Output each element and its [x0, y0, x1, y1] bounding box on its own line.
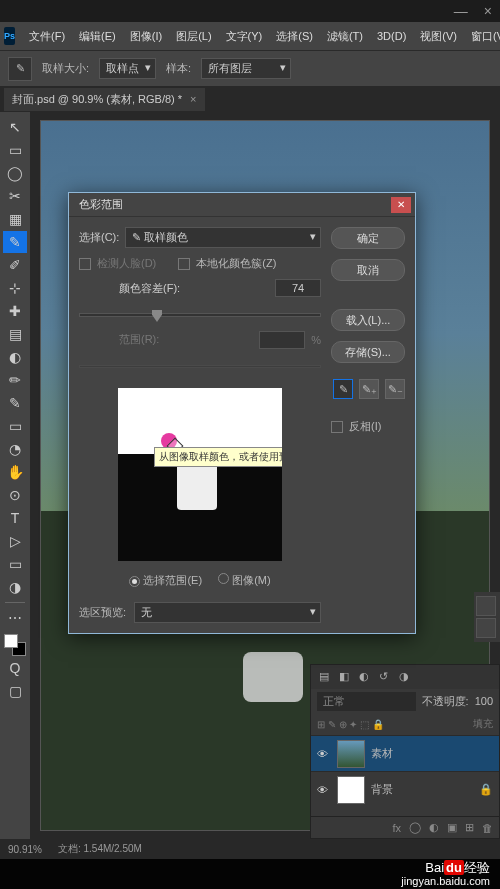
selection-radio[interactable]: 选择范围(E): [129, 573, 202, 588]
trash-icon[interactable]: 🗑: [482, 822, 493, 834]
rect-tool[interactable]: ▭: [3, 553, 27, 575]
layer-thumbnail[interactable]: [337, 740, 365, 768]
close-tab-icon[interactable]: ×: [190, 93, 196, 105]
channels-tab-icon[interactable]: ◧: [339, 670, 353, 684]
stamp-tool[interactable]: ✚: [3, 300, 27, 322]
zoom-tool[interactable]: ⊙: [3, 484, 27, 506]
detect-faces-checkbox: [79, 258, 91, 270]
watermark-brand: Baidu经验: [425, 861, 490, 875]
preview-label: 选区预览:: [79, 605, 126, 620]
menu-edit[interactable]: 编辑(E): [73, 25, 122, 48]
gradient-tool[interactable]: ✏: [3, 369, 27, 391]
dialog-close-button[interactable]: ✕: [391, 197, 411, 213]
window-close[interactable]: ×: [484, 3, 492, 19]
layers-tab-icon[interactable]: ▤: [319, 670, 333, 684]
hand-tool[interactable]: ✋: [3, 461, 27, 483]
layer-row[interactable]: 👁 素材: [311, 735, 499, 771]
paths-tab-icon[interactable]: ◐: [359, 670, 373, 684]
localized-checkbox[interactable]: [178, 258, 190, 270]
preview-select[interactable]: 无: [134, 602, 321, 623]
visibility-icon[interactable]: 👁: [317, 748, 331, 760]
history-tab-icon[interactable]: ↺: [379, 670, 393, 684]
layer-row[interactable]: 👁 背景 🔒: [311, 771, 499, 807]
foreground-color[interactable]: [4, 634, 18, 648]
menu-layer[interactable]: 图层(L): [170, 25, 217, 48]
cancel-button[interactable]: 取消: [331, 259, 405, 281]
new-layer-icon[interactable]: ⊞: [465, 821, 474, 834]
lock-icons[interactable]: ⊞ ✎ ⊕ ✦ ⬚ 🔒: [317, 719, 384, 730]
ok-button[interactable]: 确定: [331, 227, 405, 249]
crop-tool[interactable]: ✂: [3, 185, 27, 207]
dock-icon[interactable]: [476, 596, 496, 616]
layers-panel: ▤ ◧ ◐ ↺ ◑ 正常 不透明度: 100 ⊞ ✎ ⊕ ✦ ⬚ 🔒 填充 👁 …: [310, 664, 500, 839]
menu-select[interactable]: 选择(S): [270, 25, 319, 48]
pen-tool[interactable]: ◔: [3, 438, 27, 460]
frame-tool[interactable]: ▦: [3, 208, 27, 230]
document-tab[interactable]: 封面.psd @ 90.9% (素材, RGB/8) * ×: [4, 88, 205, 111]
layer-thumbnail[interactable]: [337, 776, 365, 804]
move-tool[interactable]: ↖: [3, 116, 27, 138]
adjust-tab-icon[interactable]: ◑: [399, 670, 413, 684]
sample-select[interactable]: 所有图层: [201, 58, 291, 79]
layer-name: 背景: [371, 782, 393, 797]
healing-tool[interactable]: ✐: [3, 254, 27, 276]
tool-separator: [5, 602, 25, 603]
eyedropper-minus-icon[interactable]: ✎₋: [385, 379, 405, 399]
blur-tool[interactable]: ✎: [3, 392, 27, 414]
fuzziness-input[interactable]: [275, 279, 321, 297]
window-min[interactable]: —: [454, 3, 468, 19]
menu-type[interactable]: 文字(Y): [220, 25, 269, 48]
eyedropper-tool[interactable]: ✎: [3, 231, 27, 253]
color-range-dialog: 色彩范围 ✕ 选择(C): ✎ 取样颜色 检测人脸(D) 本地化颜色簇(Z) 颜…: [68, 192, 416, 634]
marquee-tool[interactable]: ▭: [3, 139, 27, 161]
fx-icon[interactable]: fx: [392, 822, 401, 834]
load-button[interactable]: 载入(L)...: [331, 309, 405, 331]
eraser-tool[interactable]: ◐: [3, 346, 27, 368]
invert-checkbox[interactable]: [331, 421, 343, 433]
blend-mode-select[interactable]: 正常: [317, 692, 416, 711]
dodge-tool[interactable]: ▭: [3, 415, 27, 437]
menu-file[interactable]: 文件(F): [23, 25, 71, 48]
adjust-icon[interactable]: ◐: [429, 821, 439, 834]
history-brush-tool[interactable]: ▤: [3, 323, 27, 345]
brush-tool[interactable]: ⊹: [3, 277, 27, 299]
preview-area[interactable]: 从图像取样颜色，或者使用预定义的颜色范围: [118, 388, 282, 561]
quickmask-tool[interactable]: Q: [3, 657, 27, 679]
slider-thumb[interactable]: [152, 310, 162, 322]
menu-filter[interactable]: 滤镜(T): [321, 25, 369, 48]
lock-icon: 🔒: [479, 783, 493, 796]
folder-icon[interactable]: ▣: [447, 821, 457, 834]
range-pct: %: [311, 334, 321, 346]
image-radio[interactable]: 图像(M): [218, 573, 271, 588]
mask-icon[interactable]: ◯: [409, 821, 421, 834]
fuzziness-label: 颜色容差(F):: [119, 281, 180, 296]
sample-size-select[interactable]: 取样点: [99, 58, 156, 79]
select-dropdown[interactable]: ✎ 取样颜色: [125, 227, 321, 248]
menu-image[interactable]: 图像(I): [124, 25, 168, 48]
save-button[interactable]: 存储(S)...: [331, 341, 405, 363]
ellipse-tool[interactable]: ◑: [3, 576, 27, 598]
eyedropper-tool-icon[interactable]: ✎: [8, 57, 32, 81]
menu-window[interactable]: 窗口(V: [465, 25, 500, 48]
opacity-value[interactable]: 100: [475, 695, 493, 707]
menu-3d[interactable]: 3D(D): [371, 26, 412, 46]
screenmode-tool[interactable]: ▢: [3, 680, 27, 702]
path-tool[interactable]: ▷: [3, 530, 27, 552]
lasso-tool[interactable]: ◯: [3, 162, 27, 184]
eyedropper-icon[interactable]: ✎: [333, 379, 353, 399]
fuzziness-slider[interactable]: [79, 313, 321, 317]
range-label: 范围(R):: [119, 332, 159, 347]
range-slider: [79, 365, 321, 369]
menu-view[interactable]: 视图(V): [414, 25, 463, 48]
edit-toolbar[interactable]: ⋯: [3, 607, 27, 629]
dock-icon[interactable]: [476, 618, 496, 638]
type-tool[interactable]: T: [3, 507, 27, 529]
app-logo: Ps: [4, 27, 15, 45]
doc-info: 文档: 1.54M/2.50M: [58, 842, 142, 856]
sample-label: 样本:: [166, 61, 191, 76]
color-swatch[interactable]: [4, 634, 26, 656]
eyedropper-plus-icon[interactable]: ✎₊: [359, 379, 379, 399]
visibility-icon[interactable]: 👁: [317, 784, 331, 796]
right-dock: [474, 592, 500, 642]
zoom-level[interactable]: 90.91%: [8, 844, 42, 855]
